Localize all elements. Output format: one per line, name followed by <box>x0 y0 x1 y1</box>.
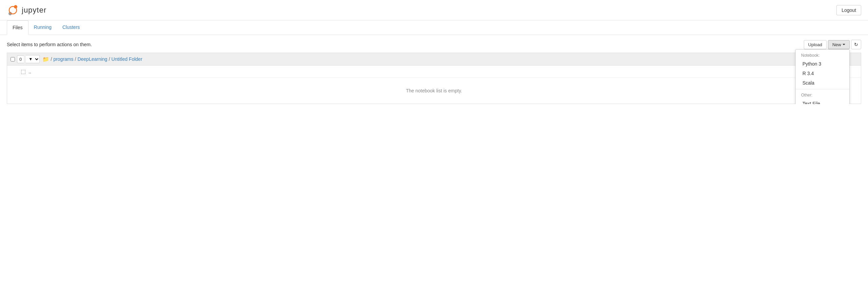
dropdown-item-textfile[interactable]: Text File <box>796 99 849 104</box>
sort-select[interactable]: ▼ <box>26 55 40 63</box>
breadcrumb-untitled-folder: Untitled Folder <box>111 56 142 62</box>
svg-point-2 <box>9 6 17 14</box>
new-dropdown-menu: Notebook: Python 3 R 3.4 Scala Other: Te… <box>795 49 850 104</box>
empty-message: The notebook list is empty. <box>7 78 861 104</box>
other-section-label: Other: <box>796 91 849 99</box>
file-list-container: 0 ▼ 📁 / programs / DeepLearning / Untitl… <box>7 53 861 104</box>
breadcrumb-sep-2: / <box>109 56 110 62</box>
new-button[interactable]: New <box>828 40 850 49</box>
select-all-checkbox[interactable] <box>11 57 15 61</box>
parent-dir-label: .. <box>29 69 31 74</box>
dropdown-item-scala[interactable]: Scala <box>796 78 849 88</box>
toolbar-instruction: Select items to perform actions on them. <box>7 42 92 47</box>
item-count: 0 <box>17 55 24 63</box>
notebook-section-label: Notebook: <box>796 51 849 59</box>
parent-dir-row[interactable]: ⬚ .. <box>7 66 861 78</box>
logout-button[interactable]: Logout <box>836 5 861 15</box>
file-list-header: 0 ▼ 📁 / programs / DeepLearning / Untitl… <box>7 53 861 66</box>
tabs-bar: Files Running Clusters <box>0 20 868 35</box>
new-button-label: New <box>832 42 841 47</box>
logo-text: jupyter <box>22 6 47 15</box>
dropdown-item-python3[interactable]: Python 3 <box>796 59 849 69</box>
checkbox-col: 0 ▼ <box>11 55 40 63</box>
root-folder-icon: 📁 <box>42 56 49 63</box>
toolbar-area: Select items to perform actions on them.… <box>0 36 868 53</box>
header: jupyter Logout <box>0 0 868 20</box>
new-dropdown-wrapper: New Notebook: Python 3 R 3.4 Scala Other… <box>828 40 850 49</box>
breadcrumb-sep-0: / <box>51 56 52 62</box>
jupyter-logo-icon <box>7 4 19 16</box>
breadcrumb-sep-1: / <box>75 56 76 62</box>
upload-button[interactable]: Upload <box>804 40 827 49</box>
logo-area: jupyter <box>7 4 47 16</box>
new-button-caret <box>843 44 845 45</box>
refresh-button[interactable]: ↻ <box>851 40 861 49</box>
tab-clusters[interactable]: Clusters <box>57 20 85 35</box>
breadcrumb-deeplearning[interactable]: DeepLearning <box>77 56 107 62</box>
dropdown-item-r34[interactable]: R 3.4 <box>796 69 849 78</box>
breadcrumb-programs[interactable]: programs <box>53 56 73 62</box>
dropdown-divider <box>796 89 849 89</box>
tab-files[interactable]: Files <box>7 20 29 35</box>
tab-running[interactable]: Running <box>29 20 57 35</box>
breadcrumb: 📁 / programs / DeepLearning / Untitled F… <box>42 56 142 63</box>
parent-dir-icon: ⬚ <box>21 68 26 75</box>
toolbar-buttons: Upload New Notebook: Python 3 R 3.4 Scal… <box>804 40 861 49</box>
